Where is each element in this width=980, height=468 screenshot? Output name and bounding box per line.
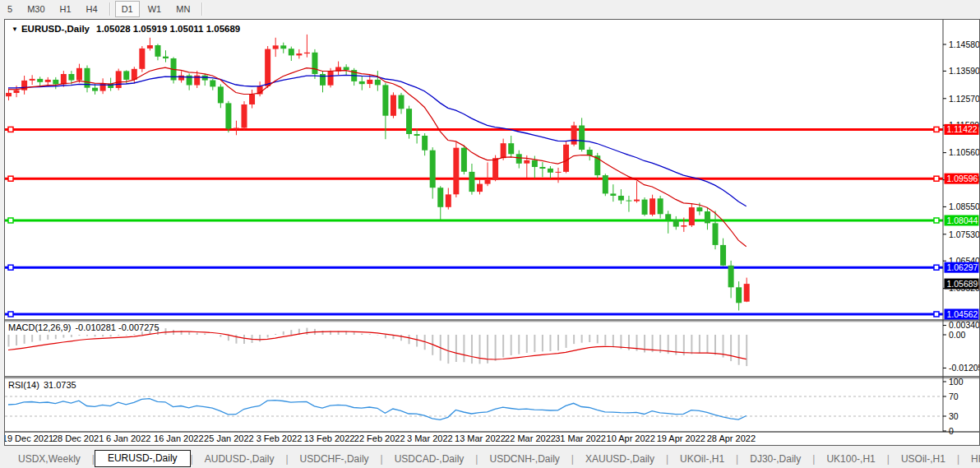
- toolbar-separator: [109, 2, 110, 16]
- time-axis-label: 10 Apr 2022: [607, 433, 655, 443]
- timeframe-button-h1[interactable]: H1: [53, 1, 78, 17]
- price-badge: 1.04562: [945, 308, 979, 319]
- time-axis-label: 13 Feb 2022: [304, 433, 355, 443]
- tab-usdx-weekly[interactable]: USDX,Weekly: [7, 451, 92, 467]
- rsi-panel[interactable]: [5, 396, 943, 419]
- time-axis-label: 25 Jan 2022: [204, 433, 254, 443]
- toolbar-separator: [201, 2, 202, 16]
- price-axis: 1.145801.135901.125701.115801.105601.095…: [943, 39, 979, 294]
- time-axis-label: 13 Mar 2022: [455, 433, 506, 443]
- ma-slow-line: [8, 75, 747, 206]
- rsi-name: RSI(14): [8, 380, 39, 390]
- time-axis-label: 28 Dec 2021: [53, 433, 104, 443]
- tab-xauusd-daily[interactable]: XAUUSD-,Daily: [574, 451, 666, 467]
- svg-text:100: 100: [949, 377, 964, 387]
- time-axis-label: 31 Mar 2022: [555, 433, 606, 443]
- svg-text:0.00: 0.00: [949, 330, 966, 340]
- instrument-tabstrip: USDX,Weekly|EURUSD-,Daily|AUDUSD-,Daily|…: [0, 449, 980, 468]
- price-badge: 1.06297: [945, 262, 979, 273]
- time-axis-label: 22 Mar 2022: [505, 433, 556, 443]
- svg-text:0.003408: 0.003408: [949, 320, 979, 330]
- svg-text:1.04562: 1.04562: [947, 309, 978, 319]
- time-axis-label: 28 Apr 2022: [707, 433, 756, 443]
- svg-text:1.06297: 1.06297: [947, 262, 978, 272]
- macd-signal-line: [8, 331, 747, 359]
- macd-panel[interactable]: [8, 328, 747, 367]
- timeframe-button-d1[interactable]: D1: [115, 1, 140, 17]
- macd-indicator-label: MACD(12,26,9)-0.010281 -0.007275: [8, 322, 164, 332]
- svg-text:1.14580: 1.14580: [949, 39, 979, 49]
- time-axis-label: 3 Feb 2022: [257, 433, 303, 443]
- time-axis-label: 19 Apr 2022: [657, 433, 705, 443]
- macd-values: -0.010281 -0.007275: [75, 322, 159, 332]
- time-axis-label: 19 Dec 2021: [5, 433, 53, 443]
- rsi-indicator-label: RSI(14)31.0735: [8, 380, 81, 390]
- horizontal-level-line[interactable]: [5, 218, 943, 223]
- svg-text:1.11422: 1.11422: [947, 124, 978, 134]
- svg-text:1.07530: 1.07530: [949, 229, 979, 239]
- time-axis-label: 22 Feb 2022: [354, 433, 405, 443]
- price-badge: 1.09596: [945, 174, 979, 184]
- timeframe-button-w1[interactable]: W1: [141, 1, 169, 17]
- chart-ohlc-values: 1.05028 1.05919 1.05011 1.05689: [96, 24, 240, 34]
- svg-text:1.10560: 1.10560: [949, 147, 979, 157]
- time-axis-label: 3 Mar 2022: [407, 433, 453, 443]
- timeframe-button-5[interactable]: 5: [1, 1, 19, 17]
- svg-text:1.08044: 1.08044: [947, 215, 978, 225]
- svg-text:1.05689: 1.05689: [947, 279, 978, 289]
- timeframe-button-mn[interactable]: MN: [169, 1, 196, 17]
- tab-usdcad-daily[interactable]: USDCAD-,Daily: [383, 451, 476, 467]
- tab-dj30-daily[interactable]: DJ30-,Daily: [738, 451, 812, 467]
- svg-text:-0.012058: -0.012058: [949, 363, 979, 373]
- tab-usdchf-daily[interactable]: USDCHF-,Daily: [289, 451, 381, 467]
- price-panel[interactable]: [5, 35, 943, 317]
- tab-uk100-h1[interactable]: UK100-,H1: [815, 451, 886, 467]
- svg-text:30: 30: [949, 411, 959, 421]
- rsi-value: 31.0735: [44, 380, 76, 390]
- tab-audusd-daily[interactable]: AUDUSD-,Daily: [193, 451, 286, 467]
- horizontal-level-line[interactable]: [5, 312, 943, 317]
- macd-axis: 0.0034080.00-0.012058: [943, 320, 979, 373]
- chart-symbol-period: EURUSD-,Daily: [21, 24, 90, 34]
- tab-usdcnh-daily[interactable]: USDCNH-,Daily: [478, 451, 571, 467]
- chart-window: 1.145801.135901.125701.115801.105601.095…: [4, 19, 980, 446]
- chart-canvas[interactable]: 1.145801.135901.125701.115801.105601.095…: [5, 20, 979, 445]
- timeframe-button-m30[interactable]: M30: [21, 1, 51, 17]
- svg-text:1.08550: 1.08550: [949, 202, 979, 211]
- tab-ukoil-h1[interactable]: UKOil-,H1: [668, 451, 736, 467]
- horizontal-level-line[interactable]: [5, 265, 943, 270]
- svg-text:1.13590: 1.13590: [949, 66, 979, 76]
- tab-usoil-h1[interactable]: USOil-,H1: [890, 451, 957, 467]
- tab-eurusd-daily[interactable]: EURUSD-,Daily: [95, 450, 191, 467]
- macd-name: MACD(12,26,9): [8, 322, 71, 332]
- timeframe-toolbar: 5M30H1H4D1W1MN: [0, 0, 980, 18]
- chart-dropdown-icon[interactable]: ▼: [12, 25, 18, 33]
- svg-text:1.09596: 1.09596: [947, 174, 978, 183]
- price-badge: 1.08044: [945, 215, 979, 225]
- horizontal-level-line[interactable]: [5, 127, 943, 132]
- svg-text:70: 70: [949, 392, 959, 401]
- time-axis: 19 Dec 202128 Dec 20216 Jan 202216 Jan 2…: [5, 433, 756, 443]
- svg-text:0: 0: [949, 426, 954, 436]
- timeframe-button-h4[interactable]: H4: [80, 1, 104, 17]
- time-axis-label: 16 Jan 2022: [154, 433, 204, 443]
- mt4-window: 5M30H1H4D1W1MN 1.145801.135901.125701.11…: [0, 0, 980, 468]
- current-price-badge: 1.05689: [945, 279, 979, 290]
- price-badge: 1.11422: [945, 124, 979, 135]
- svg-text:1.12570: 1.12570: [949, 94, 979, 104]
- time-axis-label: 6 Jan 2022: [106, 433, 150, 443]
- rsi-axis: 10070300: [943, 377, 964, 436]
- chart-title: ▼EURUSD-,Daily1.05028 1.05919 1.05011 1.…: [12, 24, 240, 34]
- tab-hk50-h1[interactable]: HK50-,H1: [959, 451, 980, 467]
